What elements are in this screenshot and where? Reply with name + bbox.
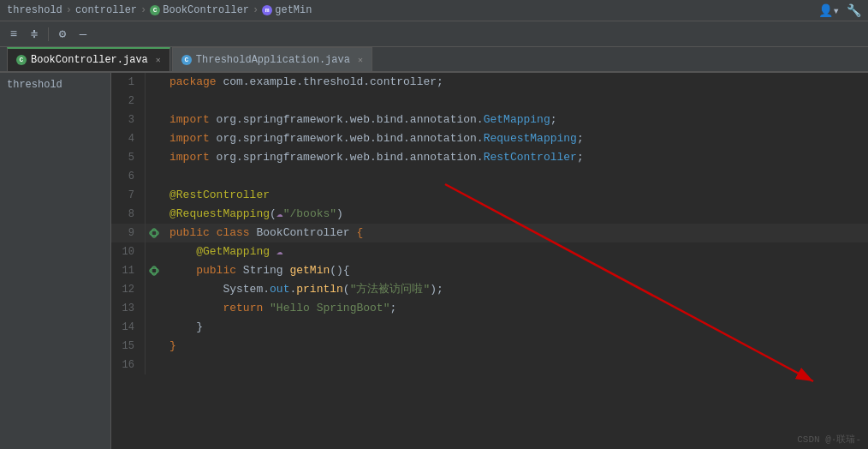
line-num-8: 8: [111, 205, 146, 224]
breadcrumb-class[interactable]: C BookController: [150, 4, 249, 16]
code-5: import org.springframework.web.bind.anno…: [163, 148, 584, 167]
gutter-bean-9[interactable]: [148, 227, 160, 239]
line-num-4: 4: [111, 129, 146, 148]
line-num-7: 7: [111, 186, 146, 205]
toolbar-minus-icon[interactable]: —: [76, 27, 90, 41]
code-8: @RequestMapping(☁"/books"): [163, 205, 343, 224]
breadcrumb-sep-2: ›: [140, 4, 146, 16]
code-6: [163, 167, 176, 186]
code-line-15: 15 }: [111, 337, 868, 356]
gutter-14: [146, 318, 163, 337]
code-line-4: 4 import org.springframework.web.bind.an…: [111, 129, 868, 148]
code-line-12: 12 System.out.println("方法被访问啦");: [111, 280, 868, 299]
gutter-7: [146, 186, 163, 205]
line-num-6: 6: [111, 167, 146, 186]
code-line-3: 3 import org.springframework.web.bind.an…: [111, 111, 868, 129]
code-line-1: 1 package com.example.threshold.controll…: [111, 73, 868, 92]
breadcrumb-folder[interactable]: controller: [75, 4, 137, 16]
line-num-9: 9: [111, 224, 146, 242]
line-num-15: 15: [111, 337, 146, 356]
code-line-11: 11 public String getMin(){: [111, 261, 868, 280]
code-2: [163, 92, 176, 111]
main-area: threshold 1 package com.example.threshol…: [0, 73, 868, 449]
watermark: CSDN @·联瑞-: [797, 433, 861, 446]
line-num-5: 5: [111, 148, 146, 167]
breadcrumb-c-icon: C: [150, 5, 160, 15]
tab-threshold-app[interactable]: C ThresholdApplication.java ✕: [172, 47, 372, 71]
gutter-4: [146, 129, 163, 148]
code-7: @RestController: [163, 186, 270, 205]
code-3: import org.springframework.web.bind.anno…: [163, 111, 557, 129]
settings-icon[interactable]: 🔧: [847, 3, 861, 18]
breadcrumb-sep-1: ›: [66, 4, 72, 16]
toolbar-divider: [48, 27, 49, 41]
toolbar-structure-icon[interactable]: ≡: [7, 27, 21, 41]
code-11: public String getMin(){: [163, 261, 350, 280]
code-line-14: 14 }: [111, 318, 868, 337]
code-line-7: 7 @RestController: [111, 186, 868, 205]
line-num-2: 2: [111, 92, 146, 111]
gutter-bean-11[interactable]: [148, 265, 160, 277]
gutter-15: [146, 337, 163, 356]
line-num-1: 1: [111, 73, 146, 92]
gutter-2: [146, 92, 163, 111]
gutter-12: [146, 280, 163, 299]
user-icon[interactable]: 👤▾: [818, 3, 840, 18]
line-num-14: 14: [111, 318, 146, 337]
code-line-13: 13 return "Hello SpringBoot";: [111, 299, 868, 318]
tab-label-1: BookController.java: [31, 54, 148, 66]
sidebar: threshold: [0, 73, 111, 449]
gutter-1: [146, 73, 163, 92]
code-13: return "Hello SpringBoot";: [163, 299, 396, 318]
code-container: 1 package com.example.threshold.controll…: [111, 73, 868, 449]
tabs-bar: C BookController.java ✕ C ThresholdAppli…: [0, 47, 868, 73]
breadcrumb-project[interactable]: threshold: [7, 4, 62, 16]
breadcrumb-bar: threshold › controller › C BookControlle…: [0, 0, 868, 21]
code-4: import org.springframework.web.bind.anno…: [163, 129, 584, 148]
code-14: }: [163, 318, 203, 337]
toolbar-settings-icon[interactable]: ⚙: [56, 27, 69, 41]
breadcrumb-right-icons: 👤▾ 🔧: [818, 3, 861, 18]
line-num-16: 16: [111, 356, 146, 374]
tab-close-2[interactable]: ✕: [358, 55, 363, 65]
sidebar-item-threshold[interactable]: threshold: [0, 76, 110, 93]
gutter-10: [146, 242, 163, 261]
gutter-16: [146, 356, 163, 374]
gutter-9: [146, 224, 163, 242]
tab-label-2: ThresholdApplication.java: [196, 54, 350, 66]
code-line-9: 9 public class BookController {: [111, 224, 868, 242]
breadcrumb-m-icon: m: [262, 5, 272, 15]
code-1: package com.example.threshold.controller…: [163, 73, 443, 92]
line-num-10: 10: [111, 242, 146, 261]
gutter-6: [146, 167, 163, 186]
breadcrumb-method[interactable]: m getMin: [262, 4, 312, 16]
toolbar-diff-icon[interactable]: ≑: [27, 27, 41, 41]
toolbar: ≡ ≑ ⚙ —: [0, 21, 868, 47]
code-15: }: [163, 337, 176, 356]
gutter-11: [146, 261, 163, 280]
gutter-3: [146, 111, 163, 129]
tab-c-icon-1: C: [16, 55, 27, 65]
gutter-5: [146, 148, 163, 167]
code-editor[interactable]: 1 package com.example.threshold.controll…: [111, 73, 868, 449]
line-num-12: 12: [111, 280, 146, 299]
breadcrumb-sep-3: ›: [253, 4, 259, 16]
tab-c-icon-2: C: [181, 55, 192, 65]
code-line-8: 8 @RequestMapping(☁"/books"): [111, 205, 868, 224]
code-line-10: 10 @GetMapping ☁: [111, 242, 868, 261]
code-16: [163, 356, 176, 374]
gutter-13: [146, 299, 163, 318]
code-12: System.out.println("方法被访问啦");: [163, 280, 443, 299]
gutter-8: [146, 205, 163, 224]
code-line-2: 2: [111, 92, 868, 111]
line-num-11: 11: [111, 261, 146, 280]
tab-close-1[interactable]: ✕: [156, 55, 161, 65]
code-9: public class BookController {: [163, 224, 363, 242]
code-line-6: 6: [111, 167, 868, 186]
line-num-3: 3: [111, 111, 146, 129]
tab-book-controller[interactable]: C BookController.java ✕: [7, 47, 170, 71]
code-line-5: 5 import org.springframework.web.bind.an…: [111, 148, 868, 167]
line-num-13: 13: [111, 299, 146, 318]
code-line-16: 16: [111, 356, 868, 374]
code-10: @GetMapping ☁: [163, 242, 283, 261]
